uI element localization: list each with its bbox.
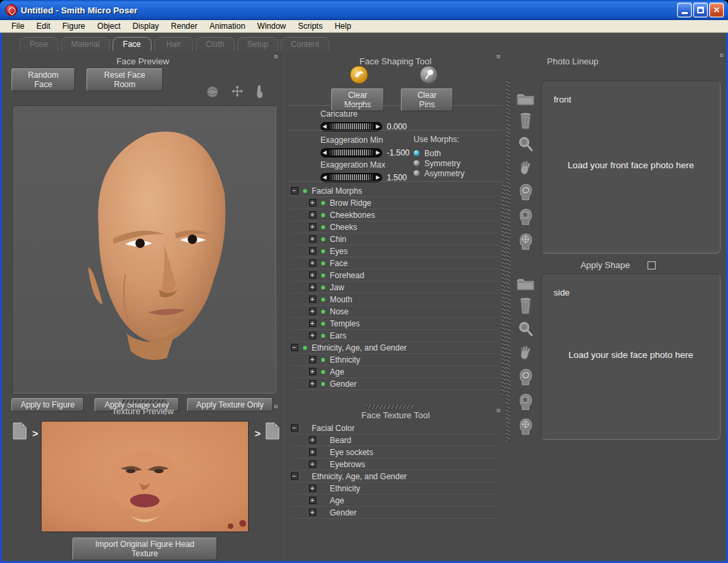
morph-tree-row[interactable]: Chin <box>291 233 499 245</box>
room-tab[interactable]: Face <box>113 37 151 51</box>
texture-tree-row[interactable]: Gender <box>291 507 499 519</box>
expand-toggle-icon[interactable] <box>291 424 298 432</box>
expand-toggle-icon[interactable] <box>309 247 316 255</box>
zoom-photo-icon[interactable] <box>517 135 534 153</box>
morph-tree-row[interactable]: Temples <box>291 318 499 330</box>
texture-tree-row[interactable]: Age <box>291 495 499 507</box>
expand-toggle-icon[interactable] <box>309 356 316 363</box>
import-texture-document-icon[interactable] <box>264 422 280 440</box>
expand-toggle-icon[interactable] <box>309 460 316 468</box>
panel-menu-icon[interactable] <box>274 55 278 58</box>
expand-toggle-icon[interactable] <box>309 380 316 387</box>
expand-toggle-icon[interactable] <box>309 284 316 291</box>
open-folder-icon[interactable] <box>516 91 535 106</box>
expand-toggle-icon[interactable] <box>309 485 316 492</box>
expand-toggle-icon[interactable] <box>309 308 316 315</box>
expand-toggle-icon[interactable] <box>309 235 316 243</box>
pan-photo-icon[interactable] <box>518 344 534 361</box>
head-target-icon[interactable] <box>517 232 534 251</box>
room-tab[interactable]: Pose <box>19 37 58 51</box>
head-target-icon[interactable] <box>517 417 534 436</box>
texture-tree-row[interactable]: Eye sockets <box>291 446 499 458</box>
side-photo-dropzone[interactable]: side Load your side face photo here <box>541 273 721 440</box>
head-texture-icon[interactable] <box>517 207 534 226</box>
use-morphs-radio[interactable]: Asymmetry <box>414 168 465 178</box>
morph-putty-tool-icon[interactable] <box>350 66 368 84</box>
head-shape-icon[interactable] <box>517 182 534 201</box>
menu-item[interactable]: Render <box>165 20 203 32</box>
expand-toggle-icon[interactable] <box>309 223 316 231</box>
pan-photo-icon[interactable] <box>518 159 534 176</box>
texture-tree-row[interactable]: Beard <box>291 434 499 446</box>
import-original-texture-button[interactable]: Import Original Figure Head Texture <box>72 538 217 560</box>
front-photo-dropzone[interactable]: front Load your front face photo here <box>541 80 721 253</box>
morph-tree-row[interactable]: Forehead <box>291 269 499 282</box>
use-morphs-radio[interactable]: Both <box>414 148 465 158</box>
tree-scrollbar[interactable] <box>501 185 505 394</box>
expand-toggle-icon[interactable] <box>291 344 298 351</box>
head-shape-icon[interactable] <box>517 367 534 386</box>
exaggeration-min-slider[interactable]: ◀▶ <box>320 148 382 158</box>
clear-pins-button[interactable]: Clear Pins <box>401 88 453 111</box>
expand-toggle-icon[interactable] <box>309 211 316 218</box>
room-tab[interactable]: Hair <box>154 37 193 51</box>
panel-menu-icon[interactable] <box>497 55 500 58</box>
expand-toggle-icon[interactable] <box>309 436 316 444</box>
face-preview-viewport[interactable] <box>12 105 276 393</box>
titlebar[interactable]: Untitled - Smith Micro Poser ✕ <box>0 0 728 20</box>
morph-tree-row[interactable]: Nose <box>291 306 499 318</box>
splitter-handle[interactable] <box>366 405 414 409</box>
close-button[interactable]: ✕ <box>709 3 724 17</box>
reset-face-room-button[interactable]: Reset Face Room <box>86 68 163 91</box>
morph-tree-row[interactable]: Ethnicity <box>291 354 499 366</box>
expand-toggle-icon[interactable] <box>309 332 316 339</box>
panel-menu-icon[interactable] <box>274 405 278 408</box>
expand-toggle-icon[interactable] <box>291 473 298 480</box>
texture-tree-row[interactable]: Ethnicity <box>291 483 499 495</box>
room-tab[interactable]: Setup <box>237 37 278 51</box>
minimize-button[interactable] <box>677 3 692 17</box>
delete-photo-icon[interactable] <box>519 297 532 314</box>
morph-tree-row[interactable]: Ears <box>291 330 499 342</box>
expand-toggle-icon[interactable] <box>309 509 316 516</box>
move-camera-icon[interactable] <box>229 84 246 99</box>
expand-toggle-icon[interactable] <box>309 259 316 267</box>
export-texture-document-icon[interactable] <box>11 422 27 440</box>
morph-tree-row[interactable]: Eyes <box>291 245 499 257</box>
menu-item[interactable]: File <box>5 20 30 32</box>
delete-photo-icon[interactable] <box>519 112 532 129</box>
panel-menu-icon[interactable] <box>497 409 500 412</box>
expand-toggle-icon[interactable] <box>309 296 316 303</box>
clear-morphs-button[interactable]: Clear Morphs <box>331 88 384 111</box>
zoom-photo-icon[interactable] <box>517 320 534 338</box>
room-tab[interactable]: Material <box>61 37 110 51</box>
menu-item[interactable]: Display <box>127 20 165 32</box>
random-face-button[interactable]: Random Face <box>11 68 75 91</box>
texture-tree-row[interactable]: Ethnicity, Age, and Gender <box>291 471 499 483</box>
room-tab[interactable]: Content <box>281 37 329 51</box>
menu-item[interactable]: Figure <box>56 20 91 32</box>
morph-tree-row[interactable]: Mouth <box>291 294 499 306</box>
menu-item[interactable]: Animation <box>203 20 251 32</box>
morph-tree-row[interactable]: Cheekbones <box>291 209 499 221</box>
morph-tree-row[interactable]: Cheeks <box>291 221 499 233</box>
apply-shape-checkbox[interactable] <box>648 261 656 269</box>
morph-tree-row[interactable]: Gender <box>291 378 499 390</box>
menu-item[interactable]: Window <box>251 20 292 32</box>
morph-tree-row[interactable]: Age <box>291 366 499 378</box>
room-tab[interactable]: Cloth <box>196 37 235 51</box>
menu-item[interactable]: Scripts <box>292 20 329 32</box>
expand-toggle-icon[interactable] <box>309 271 316 279</box>
menu-item[interactable]: Object <box>91 20 127 32</box>
menu-item[interactable]: Edit <box>30 20 56 32</box>
morph-tree-row[interactable]: Brow Ridge <box>291 197 499 209</box>
open-folder-icon[interactable] <box>516 276 535 291</box>
expand-toggle-icon[interactable] <box>309 497 316 504</box>
touch-camera-icon[interactable] <box>255 84 264 99</box>
expand-toggle-icon[interactable] <box>309 199 316 206</box>
morph-tree-row[interactable]: Face <box>291 257 499 269</box>
rotate-trackball-icon[interactable] <box>206 85 219 99</box>
expand-toggle-icon[interactable] <box>291 187 298 194</box>
use-morphs-radio[interactable]: Symmetry <box>414 158 465 168</box>
expand-toggle-icon[interactable] <box>309 320 316 327</box>
